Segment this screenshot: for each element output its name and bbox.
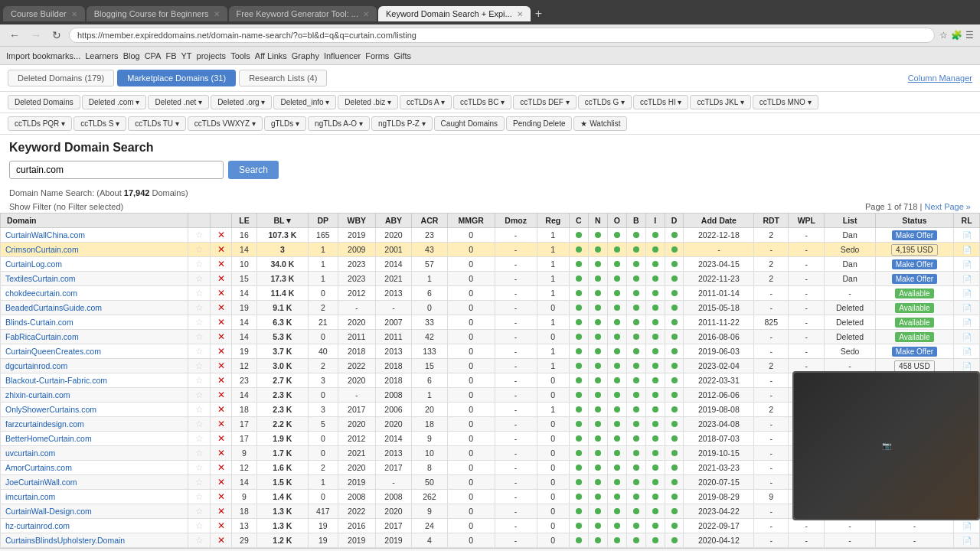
domain-link[interactable]: CurtainWallChina.com [5, 230, 85, 240]
star-icon[interactable]: ☆ [195, 390, 204, 400]
domain-link[interactable]: TextilesCurtain.com [5, 274, 76, 283]
filter-deleted-net[interactable]: Deleted .net ▾ [148, 95, 209, 109]
domain-link[interactable]: CurtainQueenCreates.com [5, 347, 101, 356]
filter-cctlds-tu[interactable]: ccTLDs TU ▾ [128, 116, 186, 131]
tab-research-lists[interactable]: Research Lists (4) [239, 70, 327, 86]
domain-link[interactable]: JoeCurtainWall.com [5, 478, 77, 487]
domain-link[interactable]: Blinds-Curtain.com [5, 318, 74, 327]
filter-deleted-biz[interactable]: Deleted .biz ▾ [338, 95, 398, 109]
col-wby[interactable]: WBY [338, 214, 375, 228]
bookmark-blog[interactable]: Blog [123, 51, 140, 60]
bookmark-cpa[interactable]: CPA [145, 51, 162, 60]
file-icon[interactable]: 📄 [962, 304, 972, 312]
address-bar[interactable] [69, 28, 935, 43]
domain-link[interactable]: farzcurtaindesign.com [5, 419, 84, 429]
bookmark-tools[interactable]: Tools [230, 51, 250, 60]
bookmark-yt[interactable]: YT [181, 51, 192, 60]
status-badge[interactable]: 4,195 USD [891, 244, 938, 256]
col-le[interactable]: LE [232, 214, 257, 228]
col-aby[interactable]: ABY [375, 214, 411, 228]
col-acr[interactable]: ACR [412, 214, 448, 228]
domain-link[interactable]: CurtainLog.com [5, 259, 62, 269]
filter-cctlds-s[interactable]: ccTLDs S ▾ [74, 116, 126, 131]
remove-icon[interactable]: ✕ [217, 273, 225, 284]
tab-course-builder[interactable]: Course Builder ✕ [3, 6, 85, 21]
remove-icon[interactable]: ✕ [217, 535, 225, 546]
col-domain[interactable]: Domain [1, 214, 188, 228]
remove-icon[interactable]: ✕ [217, 317, 225, 328]
bookmark-forms[interactable]: Forms [365, 51, 389, 60]
status-badge[interactable]: Make Offer [892, 347, 937, 357]
tab-close-btn[interactable]: ✕ [363, 10, 369, 18]
star-icon[interactable]: ☆ [195, 404, 204, 415]
remove-icon[interactable]: ✕ [217, 491, 225, 502]
status-badge[interactable]: 458 USD [894, 360, 935, 372]
domain-link[interactable]: zhixin-curtain.com [5, 390, 70, 399]
col-list[interactable]: List [825, 214, 875, 228]
filter-cctlds-bc[interactable]: ccTLDs BC ▾ [453, 95, 511, 109]
domain-link[interactable]: CrimsonCurtain.com [5, 245, 79, 254]
remove-icon[interactable]: ✕ [217, 331, 225, 342]
star-icon[interactable]: ☆ [195, 259, 204, 269]
col-i[interactable]: I [645, 214, 665, 228]
new-tab-button[interactable]: + [535, 7, 542, 21]
tab-deleted-domains[interactable]: Deleted Domains (179) [8, 70, 114, 86]
bookmark-graphy[interactable]: Graphy [292, 51, 319, 60]
remove-icon[interactable]: ✕ [217, 288, 225, 298]
col-d[interactable]: D [665, 214, 684, 228]
filter-cctlds-jkl[interactable]: ccTLDs JKL ▾ [690, 95, 750, 109]
filter-deleted-com[interactable]: Deleted .com ▾ [82, 95, 147, 109]
remove-icon[interactable]: ✕ [217, 390, 225, 400]
star-icon[interactable]: ☆ [195, 506, 204, 517]
domain-link[interactable]: BeadedCurtainsGuide.com [5, 303, 102, 312]
filter-cctlds-def[interactable]: ccTLDs DEF ▾ [513, 95, 576, 109]
tab-close-btn[interactable]: ✕ [517, 10, 523, 18]
star-icon[interactable]: ☆ [195, 273, 204, 284]
domain-link[interactable]: BetterHomeCurtain.com [5, 434, 92, 443]
remove-icon[interactable]: ✕ [217, 302, 225, 313]
col-wpl[interactable]: WPL [789, 214, 825, 228]
file-icon[interactable]: 📄 [962, 275, 972, 283]
filter-deleted-org[interactable]: Deleted .org ▾ [211, 95, 272, 109]
file-icon[interactable]: 📄 [962, 362, 972, 370]
col-mmgr[interactable]: MMGR [447, 214, 495, 228]
col-c[interactable]: C [569, 214, 588, 228]
col-bl[interactable]: BL ▾ [256, 214, 308, 228]
star-icon[interactable]: ☆ [195, 491, 204, 502]
bookmark-learners[interactable]: Learners [85, 51, 118, 60]
domain-link[interactable]: FabRicaCurtain.com [5, 332, 79, 341]
remove-icon[interactable]: ✕ [217, 259, 225, 269]
domain-link[interactable]: CurtainWall-Design.com [5, 507, 92, 516]
bookmark-aff-links[interactable]: Aff Links [255, 51, 287, 60]
status-badge[interactable]: Available [895, 289, 933, 298]
remove-icon[interactable]: ✕ [217, 244, 225, 255]
remove-icon[interactable]: ✕ [217, 433, 225, 444]
star-icon[interactable]: ☆ [195, 375, 204, 386]
file-icon[interactable]: 📄 [962, 260, 972, 269]
filter-cctlds-g[interactable]: ccTLDs G ▾ [578, 95, 632, 109]
domain-link[interactable]: uvcurtain.com [5, 448, 55, 458]
col-o[interactable]: O [607, 214, 626, 228]
bookmark-star-icon[interactable]: ☆ [939, 30, 948, 41]
col-dmoz[interactable]: Dmoz [495, 214, 537, 228]
remove-icon[interactable]: ✕ [217, 506, 225, 517]
star-icon[interactable]: ☆ [195, 433, 204, 444]
star-icon[interactable]: ☆ [195, 462, 204, 473]
filter-ngtlds-pz[interactable]: ngTLDs P-Z ▾ [371, 116, 433, 131]
star-icon[interactable]: ☆ [195, 244, 204, 255]
col-n[interactable]: N [588, 214, 607, 228]
bookmark-influencer[interactable]: Influencer [324, 51, 361, 60]
domain-link[interactable]: imcurtain.com [5, 492, 55, 501]
remove-icon[interactable]: ✕ [217, 520, 225, 531]
domain-link[interactable]: CurtainsBlindsUpholstery.Domain [5, 536, 125, 545]
file-icon[interactable]: 📄 [962, 347, 972, 356]
status-badge[interactable]: Make Offer [892, 259, 937, 269]
file-icon[interactable]: 📄 [962, 246, 972, 254]
remove-icon[interactable]: ✕ [217, 230, 225, 240]
remove-icon[interactable]: ✕ [217, 477, 225, 487]
filter-cctlds-vwxyz[interactable]: ccTLDs VWXYZ ▾ [188, 116, 263, 131]
remove-icon[interactable]: ✕ [217, 375, 225, 386]
filter-caught-domains[interactable]: Caught Domains [434, 116, 505, 131]
domain-link[interactable]: chokdeecurtain.com [5, 289, 77, 298]
remove-icon[interactable]: ✕ [217, 462, 225, 473]
